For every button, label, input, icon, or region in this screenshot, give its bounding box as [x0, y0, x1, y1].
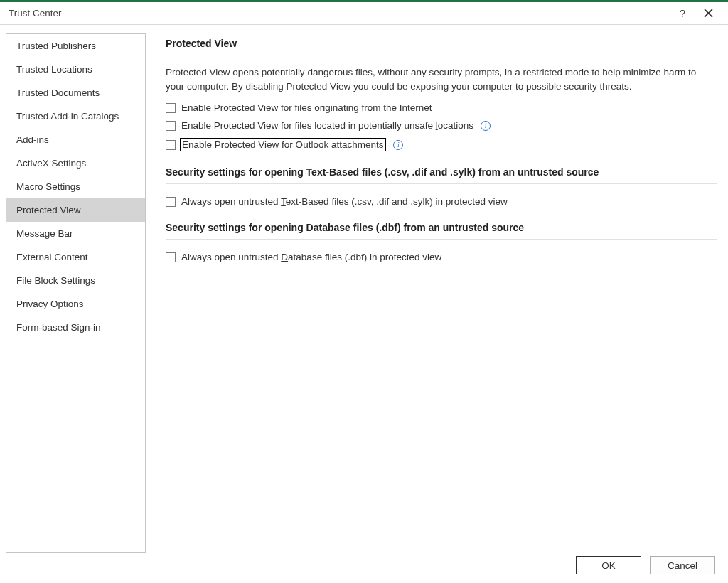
- checkbox-textbased[interactable]: [166, 197, 176, 207]
- checkbox-pv-unsafe-locations-label[interactable]: Enable Protected View for files located …: [181, 120, 473, 131]
- sidebar-item-file-block-settings[interactable]: File Block Settings: [6, 269, 145, 292]
- checkbox-pv-internet[interactable]: [166, 103, 176, 113]
- sidebar-item-privacy-options[interactable]: Privacy Options: [6, 292, 145, 316]
- sidebar-nav: Trusted Publishers Trusted Locations Tru…: [6, 33, 146, 553]
- sidebar-item-macro-settings[interactable]: Macro Settings: [6, 175, 145, 198]
- dialog-body: Trusted Publishers Trusted Locations Tru…: [0, 25, 728, 553]
- checkbox-pv-outlook-label[interactable]: Enable Protected View for Outlook attach…: [180, 138, 386, 151]
- section-heading-database: Security settings for opening Database f…: [166, 222, 717, 240]
- checkbox-pv-unsafe-locations[interactable]: [166, 121, 176, 131]
- checkbox-textbased-row: Always open untrusted Text-Based files (…: [166, 194, 717, 209]
- title-bar: Trust Center ?: [0, 2, 728, 25]
- main-panel: Protected View Protected View opens pote…: [146, 33, 722, 553]
- close-button[interactable]: [695, 4, 721, 23]
- sidebar-item-trusted-addin-catalogs[interactable]: Trusted Add-in Catalogs: [6, 105, 145, 128]
- checkbox-textbased-label[interactable]: Always open untrusted Text-Based files (…: [181, 196, 508, 207]
- sidebar-item-protected-view[interactable]: Protected View: [6, 198, 145, 222]
- info-icon[interactable]: i: [393, 140, 403, 150]
- close-icon: [704, 9, 713, 18]
- sidebar-item-trusted-locations[interactable]: Trusted Locations: [6, 58, 145, 81]
- ok-button[interactable]: OK: [576, 556, 641, 574]
- checkbox-database-label[interactable]: Always open untrusted Database files (.d…: [181, 252, 441, 262]
- checkbox-pv-outlook-row: Enable Protected View for Outlook attach…: [166, 136, 717, 154]
- sidebar-item-message-bar[interactable]: Message Bar: [6, 222, 145, 245]
- cancel-button[interactable]: Cancel: [650, 556, 715, 574]
- checkbox-database-row: Always open untrusted Database files (.d…: [166, 250, 717, 264]
- section-heading-protected-view: Protected View: [166, 38, 717, 55]
- protected-view-description: Protected View opens potentially dangero…: [166, 65, 717, 93]
- help-button[interactable]: ?: [670, 4, 695, 23]
- section-heading-text-based: Security settings for opening Text-Based…: [166, 166, 717, 184]
- checkbox-pv-internet-row: Enable Protected View for files originat…: [166, 100, 717, 115]
- sidebar-item-trusted-documents[interactable]: Trusted Documents: [6, 81, 145, 105]
- sidebar-item-addins[interactable]: Add-ins: [6, 128, 145, 151]
- checkbox-pv-unsafe-locations-row: Enable Protected View for files located …: [166, 118, 717, 133]
- sidebar-item-activex-settings[interactable]: ActiveX Settings: [6, 151, 145, 175]
- footer-buttons: OK Cancel: [0, 553, 728, 583]
- checkbox-pv-outlook[interactable]: [166, 140, 176, 150]
- checkbox-database[interactable]: [166, 252, 176, 262]
- window-title: Trust Center: [9, 8, 670, 18]
- sidebar-item-trusted-publishers[interactable]: Trusted Publishers: [6, 34, 145, 58]
- checkbox-pv-internet-label[interactable]: Enable Protected View for files originat…: [181, 102, 432, 113]
- sidebar-item-form-based-signin[interactable]: Form-based Sign-in: [6, 316, 145, 339]
- sidebar-item-external-content[interactable]: External Content: [6, 245, 145, 269]
- info-icon[interactable]: i: [481, 121, 491, 131]
